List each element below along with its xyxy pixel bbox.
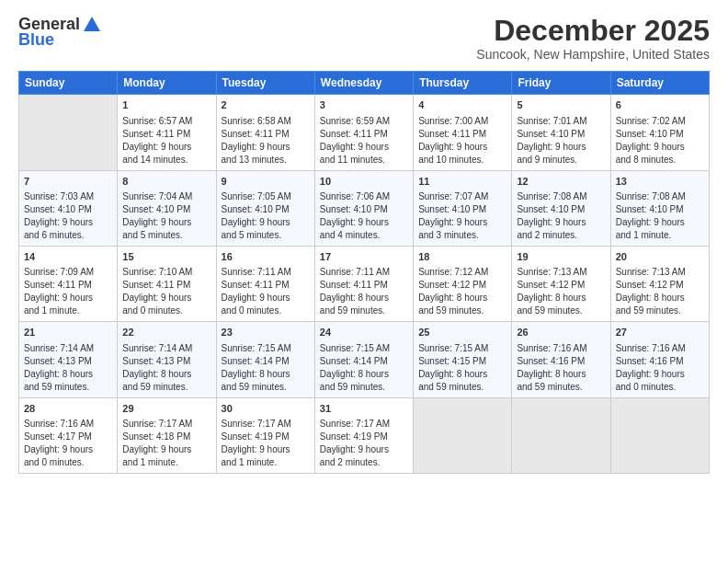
cell-info: Sunrise: 7:15 AM bbox=[418, 342, 506, 355]
week-row-2: 14Sunrise: 7:09 AMSunset: 4:11 PMDayligh… bbox=[19, 246, 710, 321]
cell-info: Sunrise: 7:17 AM bbox=[320, 418, 408, 431]
cell-info: Sunrise: 7:10 AM bbox=[122, 266, 210, 279]
cell-info: Sunset: 4:11 PM bbox=[320, 128, 408, 141]
day-number: 16 bbox=[222, 250, 310, 264]
cell-info: and 0 minutes. bbox=[122, 304, 210, 317]
cell-info: Sunrise: 7:11 AM bbox=[222, 266, 310, 279]
cell-info: Sunrise: 7:00 AM bbox=[418, 115, 506, 128]
cell-info: and 14 minutes. bbox=[122, 154, 210, 167]
cell-info: Daylight: 9 hours bbox=[616, 141, 704, 154]
calendar-cell: 21Sunrise: 7:14 AMSunset: 4:13 PMDayligh… bbox=[19, 322, 118, 397]
cell-info: Daylight: 8 hours bbox=[122, 368, 210, 381]
cell-info: Sunset: 4:11 PM bbox=[222, 128, 310, 141]
logo: General Blue bbox=[18, 15, 102, 50]
cell-info: Sunrise: 7:12 AM bbox=[418, 266, 506, 279]
cell-info: Sunset: 4:11 PM bbox=[122, 128, 210, 141]
day-number: 26 bbox=[517, 326, 605, 339]
day-number: 24 bbox=[320, 326, 408, 339]
calendar-cell: 8Sunrise: 7:04 AMSunset: 4:10 PMDaylight… bbox=[118, 170, 216, 246]
cell-info: and 10 minutes. bbox=[418, 154, 506, 167]
header-day-friday: Friday bbox=[512, 72, 610, 95]
subtitle: Suncook, New Hampshire, United States bbox=[476, 47, 710, 62]
day-number: 13 bbox=[616, 175, 704, 189]
day-number: 10 bbox=[320, 175, 408, 189]
cell-info: Daylight: 8 hours bbox=[222, 368, 310, 381]
header: General Blue December 2025 Suncook, New … bbox=[18, 15, 710, 62]
svg-marker-0 bbox=[84, 17, 100, 31]
cell-info: Daylight: 8 hours bbox=[418, 368, 506, 381]
cell-info: and 1 minute. bbox=[616, 229, 704, 242]
day-number: 31 bbox=[320, 402, 408, 416]
logo-blue-text: Blue bbox=[18, 31, 54, 50]
cell-info: Sunrise: 7:02 AM bbox=[616, 115, 704, 128]
day-number: 3 bbox=[320, 98, 408, 112]
day-number: 6 bbox=[616, 98, 704, 112]
cell-info: Daylight: 9 hours bbox=[122, 443, 210, 456]
day-number: 8 bbox=[122, 175, 210, 189]
cell-info: Sunset: 4:14 PM bbox=[320, 355, 408, 368]
month-title: December 2025 bbox=[476, 15, 710, 47]
cell-info: Daylight: 8 hours bbox=[320, 368, 408, 381]
header-row: SundayMondayTuesdayWednesdayThursdayFrid… bbox=[19, 72, 710, 95]
calendar-cell: 13Sunrise: 7:08 AMSunset: 4:10 PMDayligh… bbox=[610, 170, 709, 246]
calendar-cell: 19Sunrise: 7:13 AMSunset: 4:12 PMDayligh… bbox=[512, 246, 610, 321]
day-number: 17 bbox=[320, 250, 408, 264]
cell-info: Sunrise: 7:05 AM bbox=[222, 190, 310, 203]
cell-info: Daylight: 9 hours bbox=[122, 216, 210, 229]
day-number: 12 bbox=[517, 175, 605, 189]
cell-info: Sunset: 4:11 PM bbox=[320, 279, 408, 292]
calendar-cell: 11Sunrise: 7:07 AMSunset: 4:10 PMDayligh… bbox=[414, 170, 512, 246]
cell-info: Sunset: 4:11 PM bbox=[418, 128, 506, 141]
cell-info: Daylight: 9 hours bbox=[222, 141, 310, 154]
cell-info: Sunset: 4:11 PM bbox=[122, 279, 210, 292]
cell-info: and 1 minute. bbox=[24, 304, 112, 317]
calendar-cell: 15Sunrise: 7:10 AMSunset: 4:11 PMDayligh… bbox=[118, 246, 216, 321]
cell-info: Daylight: 9 hours bbox=[24, 292, 112, 304]
cell-info: and 59 minutes. bbox=[320, 381, 408, 394]
cell-info: Sunset: 4:11 PM bbox=[222, 279, 310, 292]
cell-info: and 3 minutes. bbox=[418, 229, 506, 242]
cell-info: Sunrise: 6:57 AM bbox=[122, 115, 210, 128]
cell-info: and 59 minutes. bbox=[616, 304, 704, 317]
cell-info: and 1 minute. bbox=[122, 456, 210, 469]
cell-info: Daylight: 9 hours bbox=[418, 141, 506, 154]
calendar-cell: 31Sunrise: 7:17 AMSunset: 4:19 PMDayligh… bbox=[314, 397, 413, 473]
cell-info: Daylight: 9 hours bbox=[320, 443, 408, 456]
cell-info: Daylight: 9 hours bbox=[24, 216, 112, 229]
cell-info: Sunrise: 7:07 AM bbox=[418, 190, 506, 203]
cell-info: Daylight: 8 hours bbox=[320, 292, 408, 304]
day-number: 4 bbox=[418, 98, 506, 112]
cell-info: Sunset: 4:10 PM bbox=[517, 203, 605, 216]
calendar-cell: 14Sunrise: 7:09 AMSunset: 4:11 PMDayligh… bbox=[19, 246, 118, 321]
day-number: 20 bbox=[616, 250, 704, 264]
cell-info: Daylight: 9 hours bbox=[122, 141, 210, 154]
calendar-cell bbox=[414, 397, 512, 473]
calendar-cell: 18Sunrise: 7:12 AMSunset: 4:12 PMDayligh… bbox=[414, 246, 512, 321]
cell-info: Sunset: 4:10 PM bbox=[517, 128, 605, 141]
calendar-cell: 17Sunrise: 7:11 AMSunset: 4:11 PMDayligh… bbox=[314, 246, 413, 321]
cell-info: and 59 minutes. bbox=[517, 381, 605, 394]
cell-info: Sunset: 4:18 PM bbox=[122, 431, 210, 443]
calendar-cell: 26Sunrise: 7:16 AMSunset: 4:16 PMDayligh… bbox=[512, 322, 610, 397]
cell-info: Sunset: 4:10 PM bbox=[222, 203, 310, 216]
cell-info: Daylight: 9 hours bbox=[222, 292, 310, 304]
week-row-0: 1Sunrise: 6:57 AMSunset: 4:11 PMDaylight… bbox=[19, 95, 710, 170]
cell-info: and 5 minutes. bbox=[122, 229, 210, 242]
day-number: 30 bbox=[222, 402, 310, 416]
cell-info: Daylight: 9 hours bbox=[222, 443, 310, 456]
calendar-cell: 1Sunrise: 6:57 AMSunset: 4:11 PMDaylight… bbox=[118, 95, 216, 170]
cell-info: and 0 minutes. bbox=[616, 381, 704, 394]
cell-info: Sunrise: 7:16 AM bbox=[24, 418, 112, 431]
cell-info: and 0 minutes. bbox=[222, 304, 310, 317]
cell-info: Sunset: 4:12 PM bbox=[418, 279, 506, 292]
cell-info: and 11 minutes. bbox=[320, 154, 408, 167]
header-day-tuesday: Tuesday bbox=[216, 72, 314, 95]
cell-info: and 8 minutes. bbox=[616, 154, 704, 167]
calendar-cell: 25Sunrise: 7:15 AMSunset: 4:15 PMDayligh… bbox=[414, 322, 512, 397]
cell-info: Sunrise: 7:14 AM bbox=[24, 342, 112, 355]
cell-info: and 2 minutes. bbox=[320, 456, 408, 469]
calendar-cell: 23Sunrise: 7:15 AMSunset: 4:14 PMDayligh… bbox=[216, 322, 314, 397]
cell-info: and 59 minutes. bbox=[122, 381, 210, 394]
day-number: 2 bbox=[222, 98, 310, 112]
week-row-4: 28Sunrise: 7:16 AMSunset: 4:17 PMDayligh… bbox=[19, 397, 710, 473]
